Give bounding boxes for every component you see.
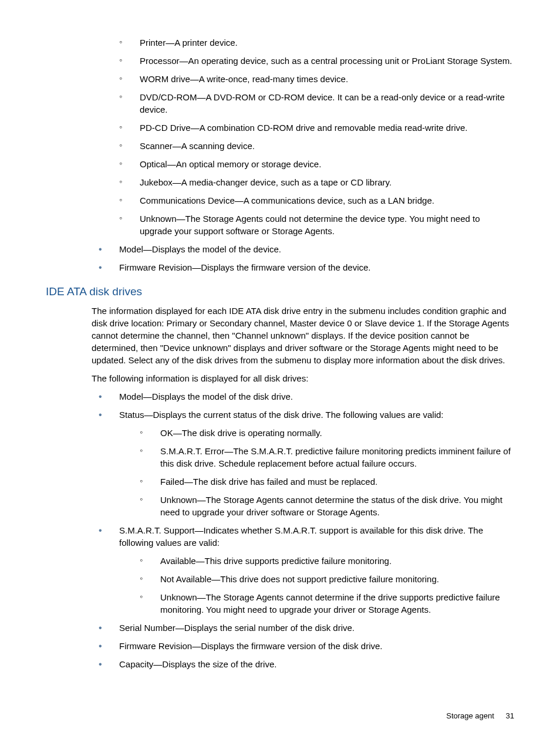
- list-item: Printer—A printer device.: [119, 36, 514, 49]
- list-item-text: Status—Displays the current status of th…: [119, 410, 444, 420]
- list-item: Unknown—The Storage Agents cannot determ…: [140, 591, 514, 616]
- list-item: Failed—The disk drive has failed and mus…: [140, 475, 514, 488]
- list-item: Jukebox—A media-changer device, such as …: [119, 176, 514, 188]
- list-item: OK—The disk drive is operating normally.: [140, 427, 514, 439]
- list-item: Not Available—This drive does not suppor…: [140, 573, 514, 585]
- section-heading-ide-ata: IDE ATA disk drives: [46, 284, 514, 300]
- list-item: Optical—An optical memory or storage dev…: [119, 158, 514, 170]
- list-item: Unknown—The Storage Agents could not det…: [119, 212, 514, 237]
- list-item: Processor—An operating device, such as a…: [119, 55, 514, 67]
- list-item: PD-CD Drive—A combination CD-ROM drive a…: [119, 121, 514, 134]
- list-item: Status—Displays the current status of th…: [99, 409, 514, 518]
- status-values-sublist: OK—The disk drive is operating normally.…: [119, 427, 514, 518]
- list-item: Scanner—A scanning device.: [119, 140, 514, 152]
- body-paragraph: The information displayed for each IDE A…: [46, 305, 514, 366]
- device-type-sublist: Printer—A printer device. Processor—An o…: [46, 36, 514, 237]
- list-item: WORM drive—A write-once, read-many times…: [119, 73, 514, 85]
- list-item: Capacity—Displays the size of the drive.: [99, 658, 514, 670]
- list-item: Firmware Revision—Displays the firmware …: [99, 261, 514, 274]
- list-item: Communications Device—A communications d…: [119, 194, 514, 207]
- list-item: S.M.A.R.T. Error—The S.M.A.R.T. predicti…: [140, 445, 514, 470]
- page-footer: Storage agent 31: [446, 711, 514, 721]
- list-item: Model—Displays the model of the device.: [99, 243, 514, 255]
- list-item: Available—This drive supports predictive…: [140, 555, 514, 567]
- list-item: DVD/CD-ROM—A DVD-ROM or CD-ROM device. I…: [119, 91, 514, 116]
- footer-section-name: Storage agent: [446, 711, 494, 720]
- list-item-text: S.M.A.R.T. Support—Indicates whether S.M…: [119, 525, 483, 548]
- device-fields-list: Model—Displays the model of the device. …: [46, 243, 514, 274]
- list-item: S.M.A.R.T. Support—Indicates whether S.M…: [99, 524, 514, 616]
- list-item: Serial Number—Displays the serial number…: [99, 622, 514, 634]
- smart-support-sublist: Available—This drive supports predictive…: [119, 555, 514, 616]
- disk-drive-info-list: Model—Displays the model of the disk dri…: [46, 390, 514, 670]
- body-paragraph: The following information is displayed f…: [46, 372, 514, 384]
- list-item: Model—Displays the model of the disk dri…: [99, 390, 514, 403]
- list-item: Firmware Revision—Displays the firmware …: [99, 640, 514, 652]
- footer-page-number: 31: [506, 711, 514, 720]
- list-item: Unknown—The Storage Agents cannot determ…: [140, 494, 514, 518]
